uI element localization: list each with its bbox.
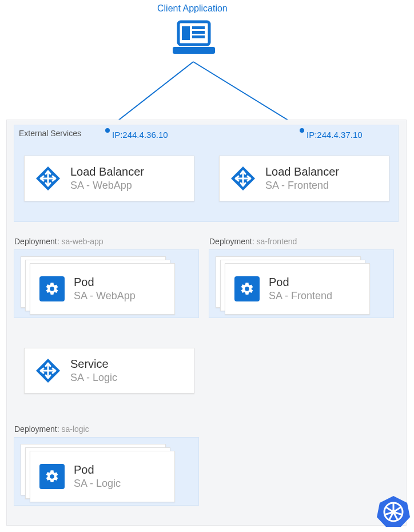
gear-icon	[39, 276, 65, 301]
deployment-label: Deployment: sa-logic	[14, 424, 89, 434]
deployment-label-value: sa-logic	[61, 424, 89, 434]
pod-frontend-card: Pod SA - Frontend	[225, 263, 370, 315]
deployment-label-prefix: Deployment:	[14, 424, 61, 434]
service-icon	[35, 358, 61, 384]
pod-logic-card: Pod SA - Logic	[30, 451, 175, 502]
kubernetes-icon	[376, 494, 411, 529]
deployment-label: Deployment: sa-frontend	[209, 237, 297, 246]
ip-label-left: IP:244.4.36.10	[112, 130, 168, 140]
card-subtitle: SA - Logic	[74, 478, 121, 490]
card-title: Load Balancer	[265, 165, 339, 178]
load-balancer-icon	[35, 165, 61, 192]
external-services-label: External Services	[19, 129, 81, 138]
deployment-label-value: sa-frontend	[256, 237, 297, 246]
deployment-label-prefix: Deployment:	[209, 237, 256, 246]
laptop-icon	[173, 19, 215, 59]
endpoint-dot	[105, 128, 110, 133]
svg-rect-12	[192, 31, 205, 34]
svg-line-0	[108, 62, 193, 129]
service-logic-card: Service SA - Logic	[24, 348, 194, 394]
load-balancer-icon	[230, 165, 256, 192]
card-subtitle: SA - Frontend	[265, 180, 339, 192]
ip-label-right: IP:244.4.37.10	[306, 130, 363, 140]
client-app-label: Client Application	[157, 3, 228, 14]
load-balancer-right-card: Load Balancer SA - Frontend	[219, 156, 389, 201]
svg-rect-10	[182, 26, 190, 40]
card-subtitle: SA - WebApp	[70, 180, 144, 192]
pod-webapp-card: Pod SA - WebApp	[30, 263, 175, 315]
card-subtitle: SA - Logic	[70, 372, 117, 384]
deployment-label: Deployment: sa-web-app	[14, 237, 104, 246]
svg-rect-11	[192, 26, 205, 29]
gear-icon	[39, 464, 65, 489]
card-subtitle: SA - Frontend	[269, 290, 332, 302]
svg-rect-9	[173, 47, 215, 54]
svg-line-1	[193, 62, 302, 129]
svg-rect-13	[192, 35, 205, 38]
card-title: Load Balancer	[70, 165, 144, 178]
card-title: Pod	[74, 276, 136, 289]
deployment-label-value: sa-web-app	[61, 237, 103, 246]
load-balancer-left-card: Load Balancer SA - WebApp	[24, 156, 194, 201]
card-title: Pod	[269, 276, 332, 289]
card-title: Pod	[74, 463, 121, 477]
card-title: Service	[70, 358, 117, 371]
gear-icon	[234, 276, 260, 301]
deployment-label-prefix: Deployment:	[14, 237, 61, 246]
endpoint-dot	[300, 128, 304, 133]
card-subtitle: SA - WebApp	[74, 290, 136, 302]
